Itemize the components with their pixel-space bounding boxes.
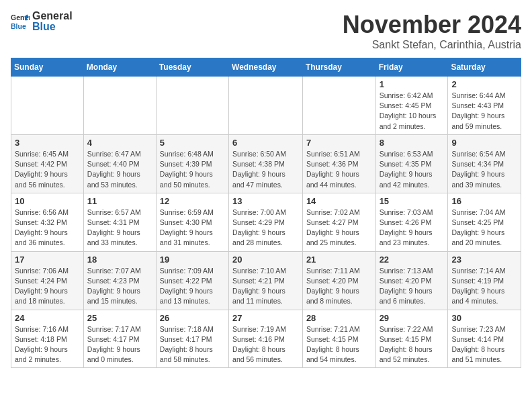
table-row: 9Sunrise: 6:54 AM Sunset: 4:34 PM Daylig…	[448, 134, 521, 193]
table-row: 11Sunrise: 6:57 AM Sunset: 4:31 PM Dayli…	[83, 193, 156, 251]
day-number: 7	[306, 138, 372, 148]
table-row: 3Sunrise: 6:45 AM Sunset: 4:42 PM Daylig…	[11, 134, 84, 193]
day-number: 11	[87, 196, 152, 206]
day-info: Sunrise: 6:56 AM Sunset: 4:32 PM Dayligh…	[15, 208, 80, 248]
table-row	[229, 77, 303, 135]
day-info: Sunrise: 6:47 AM Sunset: 4:40 PM Dayligh…	[87, 149, 152, 190]
day-info: Sunrise: 7:22 AM Sunset: 4:15 PM Dayligh…	[380, 324, 445, 365]
table-row: 18Sunrise: 7:07 AM Sunset: 4:23 PM Dayli…	[83, 251, 156, 310]
header-tuesday: Tuesday	[156, 58, 228, 77]
table-row: 24Sunrise: 7:16 AM Sunset: 4:18 PM Dayli…	[11, 310, 84, 368]
day-info: Sunrise: 7:17 AM Sunset: 4:17 PM Dayligh…	[87, 324, 152, 365]
day-number: 16	[451, 196, 517, 206]
logo-general: General	[32, 11, 73, 21]
day-info: Sunrise: 6:50 AM Sunset: 4:38 PM Dayligh…	[232, 149, 299, 190]
table-row: 25Sunrise: 7:17 AM Sunset: 4:17 PM Dayli…	[83, 310, 156, 368]
table-row: 29Sunrise: 7:22 AM Sunset: 4:15 PM Dayli…	[375, 310, 448, 368]
location-subtitle: Sankt Stefan, Carinthia, Austria	[343, 39, 521, 51]
day-info: Sunrise: 7:19 AM Sunset: 4:16 PM Dayligh…	[232, 324, 299, 365]
header-wednesday: Wednesday	[229, 58, 303, 77]
header-saturday: Saturday	[448, 58, 521, 77]
day-info: Sunrise: 7:11 AM Sunset: 4:20 PM Dayligh…	[306, 266, 372, 307]
day-number: 17	[15, 255, 80, 265]
table-row: 21Sunrise: 7:11 AM Sunset: 4:20 PM Dayli…	[302, 251, 375, 310]
day-number: 25	[87, 313, 152, 323]
day-number: 26	[160, 313, 225, 323]
table-row: 15Sunrise: 7:03 AM Sunset: 4:26 PM Dayli…	[375, 193, 448, 251]
day-number: 8	[380, 138, 445, 148]
day-info: Sunrise: 6:45 AM Sunset: 4:42 PM Dayligh…	[15, 149, 80, 190]
table-row: 26Sunrise: 7:18 AM Sunset: 4:17 PM Dayli…	[156, 310, 228, 368]
day-number: 20	[232, 255, 299, 265]
header-monday: Monday	[83, 58, 156, 77]
table-row: 1Sunrise: 6:42 AM Sunset: 4:45 PM Daylig…	[375, 77, 448, 135]
day-number: 2	[451, 79, 517, 89]
day-number: 13	[232, 196, 299, 206]
table-row: 13Sunrise: 7:00 AM Sunset: 4:29 PM Dayli…	[229, 193, 303, 251]
day-info: Sunrise: 6:42 AM Sunset: 4:45 PM Dayligh…	[380, 91, 445, 132]
day-info: Sunrise: 7:21 AM Sunset: 4:15 PM Dayligh…	[306, 324, 372, 365]
day-info: Sunrise: 6:44 AM Sunset: 4:43 PM Dayligh…	[451, 91, 517, 132]
day-number: 15	[380, 196, 445, 206]
day-number: 6	[232, 138, 299, 148]
logo-icon: General Blue	[11, 12, 30, 31]
table-row: 27Sunrise: 7:19 AM Sunset: 4:16 PM Dayli…	[229, 310, 303, 368]
day-number: 1	[380, 79, 445, 89]
day-info: Sunrise: 7:14 AM Sunset: 4:19 PM Dayligh…	[451, 266, 517, 307]
day-info: Sunrise: 7:16 AM Sunset: 4:18 PM Dayligh…	[15, 324, 80, 365]
page-header: General Blue General Blue November 2024 …	[11, 11, 521, 51]
svg-text:Blue: Blue	[11, 22, 26, 30]
title-section: November 2024 Sankt Stefan, Carinthia, A…	[343, 11, 521, 51]
table-row	[11, 77, 84, 135]
table-row: 16Sunrise: 7:04 AM Sunset: 4:25 PM Dayli…	[448, 193, 521, 251]
day-number: 22	[380, 255, 445, 265]
day-info: Sunrise: 7:04 AM Sunset: 4:25 PM Dayligh…	[451, 208, 517, 248]
day-number: 12	[160, 196, 225, 206]
table-row: 5Sunrise: 6:48 AM Sunset: 4:39 PM Daylig…	[156, 134, 228, 193]
table-row: 28Sunrise: 7:21 AM Sunset: 4:15 PM Dayli…	[302, 310, 375, 368]
day-number: 14	[306, 196, 372, 206]
table-row	[302, 77, 375, 135]
table-row: 7Sunrise: 6:51 AM Sunset: 4:36 PM Daylig…	[302, 134, 375, 193]
table-row: 10Sunrise: 6:56 AM Sunset: 4:32 PM Dayli…	[11, 193, 84, 251]
calendar-week-4: 17Sunrise: 7:06 AM Sunset: 4:24 PM Dayli…	[11, 251, 521, 310]
header-thursday: Thursday	[302, 58, 375, 77]
calendar-week-2: 3Sunrise: 6:45 AM Sunset: 4:42 PM Daylig…	[11, 134, 521, 193]
day-number: 19	[160, 255, 225, 265]
table-row: 4Sunrise: 6:47 AM Sunset: 4:40 PM Daylig…	[83, 134, 156, 193]
header-sunday: Sunday	[11, 58, 84, 77]
day-info: Sunrise: 6:57 AM Sunset: 4:31 PM Dayligh…	[87, 208, 152, 248]
day-info: Sunrise: 6:59 AM Sunset: 4:30 PM Dayligh…	[160, 208, 225, 248]
calendar-table: Sunday Monday Tuesday Wednesday Thursday…	[11, 58, 521, 368]
day-number: 24	[15, 313, 80, 323]
day-info: Sunrise: 7:03 AM Sunset: 4:26 PM Dayligh…	[380, 208, 445, 248]
day-info: Sunrise: 7:23 AM Sunset: 4:14 PM Dayligh…	[451, 324, 517, 365]
table-row: 19Sunrise: 7:09 AM Sunset: 4:22 PM Dayli…	[156, 251, 228, 310]
month-title: November 2024	[343, 11, 521, 39]
day-info: Sunrise: 7:13 AM Sunset: 4:20 PM Dayligh…	[380, 266, 445, 307]
day-info: Sunrise: 6:48 AM Sunset: 4:39 PM Dayligh…	[160, 149, 225, 190]
table-row: 2Sunrise: 6:44 AM Sunset: 4:43 PM Daylig…	[448, 77, 521, 135]
table-row: 23Sunrise: 7:14 AM Sunset: 4:19 PM Dayli…	[448, 251, 521, 310]
table-row: 14Sunrise: 7:02 AM Sunset: 4:27 PM Dayli…	[302, 193, 375, 251]
day-number: 28	[306, 313, 372, 323]
calendar-week-5: 24Sunrise: 7:16 AM Sunset: 4:18 PM Dayli…	[11, 310, 521, 368]
day-info: Sunrise: 7:10 AM Sunset: 4:21 PM Dayligh…	[232, 266, 299, 307]
logo-blue: Blue	[32, 21, 73, 32]
day-number: 4	[87, 138, 152, 148]
day-info: Sunrise: 7:09 AM Sunset: 4:22 PM Dayligh…	[160, 266, 225, 307]
table-row: 12Sunrise: 6:59 AM Sunset: 4:30 PM Dayli…	[156, 193, 228, 251]
day-info: Sunrise: 7:07 AM Sunset: 4:23 PM Dayligh…	[87, 266, 152, 307]
day-number: 23	[451, 255, 517, 265]
day-info: Sunrise: 6:54 AM Sunset: 4:34 PM Dayligh…	[451, 149, 517, 190]
table-row	[83, 77, 156, 135]
day-info: Sunrise: 6:51 AM Sunset: 4:36 PM Dayligh…	[306, 149, 372, 190]
day-info: Sunrise: 7:02 AM Sunset: 4:27 PM Dayligh…	[306, 208, 372, 248]
day-info: Sunrise: 7:06 AM Sunset: 4:24 PM Dayligh…	[15, 266, 80, 307]
day-number: 21	[306, 255, 372, 265]
day-number: 18	[87, 255, 152, 265]
table-row	[156, 77, 228, 135]
table-row: 20Sunrise: 7:10 AM Sunset: 4:21 PM Dayli…	[229, 251, 303, 310]
day-info: Sunrise: 6:53 AM Sunset: 4:35 PM Dayligh…	[380, 149, 445, 190]
day-number: 3	[15, 138, 80, 148]
